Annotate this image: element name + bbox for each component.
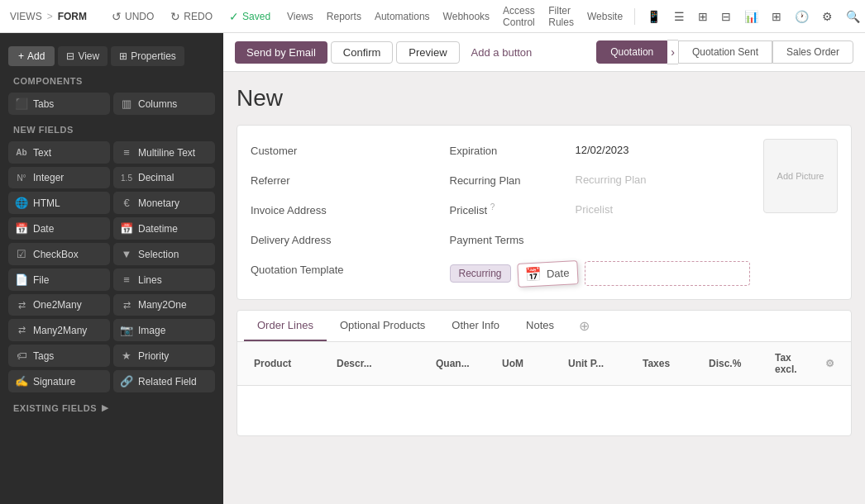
table-icon[interactable]: ⊟: [716, 7, 736, 26]
redo-button[interactable]: ↻ REDO: [165, 7, 217, 26]
clock-icon[interactable]: 🕐: [790, 7, 814, 26]
new-fields-title: New Fields: [0, 118, 223, 138]
delivery-value[interactable]: [373, 238, 437, 242]
priority-label: Priority: [138, 350, 169, 362]
form-title: New: [237, 85, 852, 112]
breadcrumb-sep: >: [47, 11, 53, 22]
sidebar-item-monetary[interactable]: € Monetary: [113, 192, 215, 214]
customer-value[interactable]: [373, 149, 437, 153]
view-button[interactable]: ⊟ View: [58, 46, 108, 66]
add-button[interactable]: + Add: [8, 46, 55, 66]
th-description: Descr...: [330, 354, 429, 373]
components-grid: ⬛ Tabs ▥ Columns: [0, 89, 223, 118]
sidebar-item-decimal[interactable]: 1.5 Decimal: [113, 167, 215, 188]
settings-icon[interactable]: ⚙: [817, 7, 838, 26]
file-icon: 📄: [15, 273, 28, 286]
properties-button[interactable]: ⊞ Properties: [111, 46, 184, 66]
sidebar-item-checkbox[interactable]: ☑ CheckBox: [8, 243, 110, 265]
existing-fields-section[interactable]: Existing Fields ▶: [0, 396, 223, 416]
pricelist-value[interactable]: Pricelist: [572, 202, 751, 218]
sidebar-item-multiline[interactable]: ≡ Multiline Text: [113, 141, 215, 164]
pricelist-label: Pricelist ?: [450, 202, 566, 216]
referrer-label: Referrer: [251, 174, 366, 187]
status-bar: Quotation › Quotation Sent Sales Order: [596, 40, 853, 64]
grid-icon[interactable]: ⊞: [693, 7, 713, 26]
sidebar-item-related-field[interactable]: 🔗 Related Field: [113, 370, 215, 392]
sidebar-item-image[interactable]: 📷 Image: [113, 319, 215, 341]
top-right-nav: Views Reports Automations Webhooks Acces…: [282, 2, 865, 31]
existing-fields-title: Existing Fields: [13, 403, 97, 413]
preview-button[interactable]: Preview: [396, 41, 459, 64]
invoice-value[interactable]: [373, 208, 437, 212]
kanban-icon[interactable]: ⊞: [767, 7, 786, 26]
payment-row: Payment Terms: [450, 228, 751, 251]
sidebar: + Add ⊟ View ⊞ Properties Components ⬛ T…: [0, 33, 223, 504]
text-field-icon: Ab: [15, 148, 28, 157]
status-quotation-sent[interactable]: Quotation Sent: [678, 40, 772, 64]
redo-label: REDO: [184, 11, 213, 22]
tab-add-button[interactable]: ⊕: [571, 311, 598, 340]
nav-views[interactable]: Views: [282, 8, 318, 25]
sidebar-item-text[interactable]: Ab Text: [8, 141, 110, 164]
status-sales-order[interactable]: Sales Order: [772, 40, 853, 64]
referrer-value[interactable]: [373, 178, 437, 183]
th-settings-icon[interactable]: ⚙: [819, 354, 841, 373]
chart-icon[interactable]: 📊: [739, 7, 763, 26]
sidebar-item-tabs[interactable]: ⬛ Tabs: [8, 93, 110, 115]
sidebar-item-many2many[interactable]: ⇄ Many2Many: [8, 319, 110, 341]
expiration-value[interactable]: 12/02/2023: [572, 142, 751, 159]
tab-optional-products[interactable]: Optional Products: [327, 311, 438, 341]
view-icon: ⊟: [66, 50, 74, 62]
sidebar-item-html[interactable]: 🌐 HTML: [8, 192, 110, 214]
add-picture-button[interactable]: Add Picture: [763, 139, 838, 213]
send-email-button[interactable]: Send by Email: [235, 41, 327, 64]
status-arrow-1: ›: [667, 40, 678, 64]
status-quotation[interactable]: Quotation: [596, 40, 667, 64]
sidebar-item-priority[interactable]: ★ Priority: [113, 345, 215, 367]
tags-icon: 🏷: [15, 349, 28, 362]
nav-website[interactable]: Website: [582, 8, 628, 25]
monetary-label: Monetary: [138, 197, 179, 209]
sidebar-item-tags[interactable]: 🏷 Tags: [8, 345, 110, 367]
sidebar-item-signature[interactable]: ✍ Signature: [8, 370, 110, 392]
list-icon[interactable]: ☰: [669, 7, 690, 26]
nav-reports[interactable]: Reports: [322, 8, 366, 25]
recurring-plan-value[interactable]: Recurring Plan: [572, 172, 751, 188]
form-area: New Customer Referrer Invoice Address: [223, 72, 865, 504]
tab-order-lines[interactable]: Order Lines: [244, 311, 327, 341]
search-icon[interactable]: 🔍: [841, 7, 865, 26]
sidebar-item-one2many[interactable]: ⇄ One2Many: [8, 294, 110, 316]
nav-automations[interactable]: Automations: [370, 8, 435, 25]
sidebar-item-selection[interactable]: ▼ Selection: [113, 243, 215, 265]
sidebar-item-columns[interactable]: ▥ Columns: [113, 93, 215, 115]
sidebar-item-file[interactable]: 📄 File: [8, 269, 110, 291]
nav-filter[interactable]: Filter Rules: [543, 2, 579, 31]
nav-access[interactable]: Access Control: [498, 2, 540, 31]
add-button-link[interactable]: Add a button: [463, 42, 541, 63]
properties-label: Properties: [131, 50, 176, 62]
sidebar-item-datetime[interactable]: 📅 Datetime: [113, 217, 215, 240]
undo-label: UNDO: [125, 11, 154, 22]
mobile-icon[interactable]: 📱: [642, 7, 666, 26]
nav-webhooks[interactable]: Webhooks: [438, 8, 495, 25]
tab-other-info[interactable]: Other Info: [438, 311, 513, 341]
monetary-icon: €: [120, 197, 133, 209]
template-value[interactable]: [373, 268, 437, 272]
view-label: View: [78, 50, 99, 62]
undo-button[interactable]: ↺ UNDO: [107, 7, 159, 26]
check-icon: ✓: [229, 10, 239, 23]
sidebar-item-date[interactable]: 📅 Date: [8, 217, 110, 240]
recurring-badge: Recurring: [450, 264, 511, 283]
tabs-label: Tabs: [33, 98, 54, 110]
sidebar-item-many2one[interactable]: ⇄ Many2One: [113, 294, 215, 316]
referrer-row: Referrer: [251, 169, 437, 192]
confirm-button[interactable]: Confirm: [331, 41, 394, 64]
saved-indicator: ✓ Saved: [224, 7, 275, 26]
datetime-icon: 📅: [120, 222, 133, 235]
one2many-label: One2Many: [33, 299, 82, 311]
date-drag-widget[interactable]: 📅 Date: [517, 260, 579, 288]
sidebar-item-integer[interactable]: N° Integer: [8, 167, 110, 188]
tab-notes[interactable]: Notes: [513, 311, 567, 341]
sidebar-item-lines[interactable]: ≡ Lines: [113, 269, 215, 291]
payment-value[interactable]: [572, 238, 751, 242]
